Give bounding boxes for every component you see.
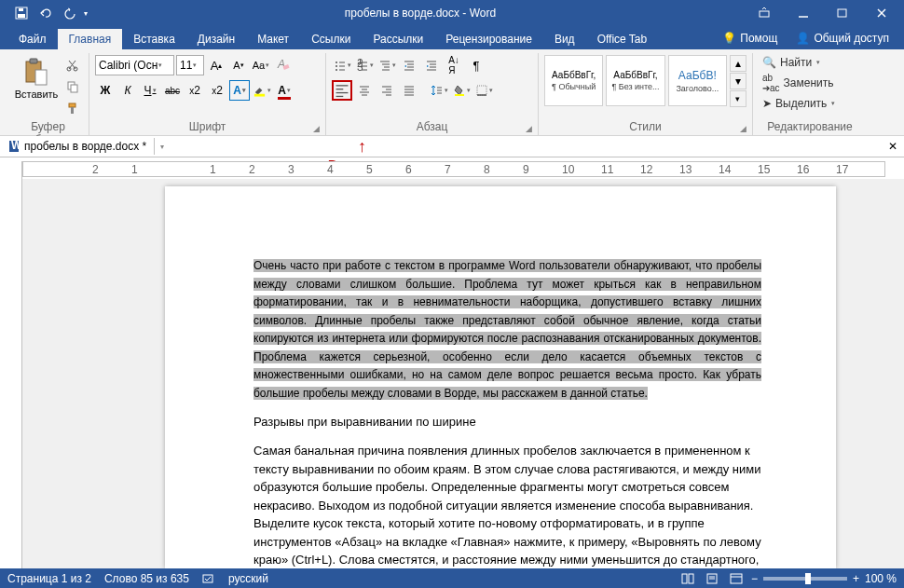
tab-mailings[interactable]: Рассылки <box>362 29 434 49</box>
italic-icon[interactable]: К <box>117 80 138 101</box>
borders-icon[interactable]: ▾ <box>473 80 494 101</box>
view-print-icon[interactable] <box>703 570 721 587</box>
styles-scroll-up-icon[interactable]: ▴ <box>730 55 746 72</box>
font-size-combo[interactable]: 11▾ <box>176 55 204 75</box>
editing-group-label: Редактирование <box>767 120 852 133</box>
grow-font-icon[interactable]: A▴ <box>206 55 226 75</box>
window-title: пробелы в ворде.docx - Word <box>95 7 746 20</box>
tab-file[interactable]: Файл <box>7 29 58 49</box>
format-painter-icon[interactable] <box>62 98 83 118</box>
select-button[interactable]: ➤Выделить▾ <box>762 96 835 111</box>
styles-launcher-icon[interactable]: ◢ <box>740 124 746 133</box>
shrink-font-icon[interactable]: A▾ <box>228 55 249 75</box>
close-icon[interactable] <box>863 3 900 23</box>
doc-tab-dropdown-icon[interactable]: ▾ <box>155 143 170 151</box>
change-case-icon[interactable]: Aa▾ <box>251 55 271 75</box>
svg-point-26 <box>336 69 337 71</box>
decrease-indent-icon[interactable] <box>399 55 419 75</box>
paragraph-launcher-icon[interactable]: ◢ <box>526 124 532 133</box>
highlight-icon[interactable]: ▾ <box>252 80 272 101</box>
maximize-icon[interactable] <box>824 3 861 23</box>
multilevel-list-icon[interactable]: ▾ <box>377 55 397 75</box>
view-web-icon[interactable] <box>727 570 746 587</box>
tab-layout[interactable]: Макет <box>246 29 300 49</box>
document-viewport[interactable]: Очень часто при работе с текстом в прогр… <box>22 179 904 568</box>
cut-icon[interactable] <box>62 55 83 75</box>
zoom-out-icon[interactable]: − <box>751 572 758 585</box>
doc-tab-close-icon[interactable]: ✕ <box>885 139 900 154</box>
font-launcher-icon[interactable]: ◢ <box>313 124 320 133</box>
vertical-ruler[interactable] <box>0 179 22 568</box>
styles-scroll-down-icon[interactable]: ▾ <box>730 73 746 89</box>
styles-group-label: Стили <box>629 120 662 133</box>
find-label: Найти <box>780 56 812 69</box>
subscript-icon[interactable]: x2 <box>185 80 205 101</box>
redo-icon[interactable] <box>60 3 80 23</box>
ruler-corner <box>0 161 22 180</box>
font-color-icon[interactable]: A▾ <box>274 80 294 101</box>
shading-icon[interactable]: ▾ <box>451 80 472 101</box>
view-read-icon[interactable] <box>678 570 697 587</box>
tab-design[interactable]: Дизайн <box>186 29 246 49</box>
style-heading1[interactable]: АаБбВ!Заголово... <box>668 55 727 106</box>
show-marks-icon[interactable]: ¶ <box>466 55 486 75</box>
tab-home[interactable]: Главная <box>58 29 123 49</box>
status-page[interactable]: Страница 1 из 2 <box>7 572 91 585</box>
zoom-in-icon[interactable]: + <box>853 572 859 585</box>
status-proofing-icon[interactable] <box>202 572 215 585</box>
zoom-slider[interactable] <box>763 577 847 581</box>
paragraph-1[interactable]: Очень часто при работе с текстом в прогр… <box>253 256 761 402</box>
qat-dropdown-icon[interactable]: ▾ <box>84 9 88 18</box>
share-label: Общий доступ <box>814 32 889 45</box>
tab-references[interactable]: Ссылки <box>300 29 362 49</box>
style-no-spacing[interactable]: АаБбВвГг,¶ Без инте... <box>606 55 664 106</box>
copy-icon[interactable] <box>62 76 83 97</box>
save-icon[interactable] <box>11 3 32 23</box>
increase-indent-icon[interactable] <box>421 55 442 75</box>
style-normal[interactable]: АаБбВвГг,¶ Обычный <box>544 55 603 106</box>
sort-icon[interactable]: А↓Я <box>444 55 464 75</box>
document-tab[interactable]: W пробелы в ворде.docx * <box>0 138 155 155</box>
search-icon: 🔍 <box>762 56 776 69</box>
find-button[interactable]: 🔍Найти▾ <box>762 55 820 70</box>
underline-icon[interactable]: Ч▾ <box>140 80 160 101</box>
tab-view[interactable]: Вид <box>543 29 586 49</box>
paste-button[interactable]: Вставить <box>13 55 60 102</box>
document-page: Очень часто при работе с текстом в прогр… <box>165 186 836 568</box>
superscript-icon[interactable]: x2 <box>207 80 227 101</box>
svg-rect-71 <box>682 574 687 583</box>
undo-icon[interactable] <box>35 3 56 23</box>
text-effects-icon[interactable]: A▾ <box>229 80 250 101</box>
tab-insert[interactable]: Вставка <box>122 29 186 49</box>
align-center-icon[interactable] <box>354 80 375 101</box>
tab-tell-me[interactable]: 💡Помощ <box>722 32 777 45</box>
align-left-icon[interactable] <box>332 80 352 101</box>
minimize-icon[interactable] <box>785 3 822 23</box>
paragraph-2[interactable]: Самая банальная причина появления длинны… <box>253 442 761 568</box>
share-button[interactable]: 👤Общий доступ <box>788 30 897 47</box>
align-justify-icon[interactable] <box>399 80 419 101</box>
callout-arrow-icon: ↑ <box>358 137 366 157</box>
replace-button[interactable]: ab➔acЗаменить <box>762 72 834 94</box>
horizontal-ruler[interactable]: 211234567891011121314151617 <box>22 161 885 177</box>
bullets-icon[interactable]: ▾ <box>332 55 352 75</box>
document-tab-label: пробелы в ворде.docx * <box>24 140 146 153</box>
status-words[interactable]: Слово 85 из 635 <box>104 572 189 585</box>
person-icon: 👤 <box>796 32 810 45</box>
styles-expand-icon[interactable]: ▾ <box>730 90 746 107</box>
heading-1[interactable]: Разрывы при выравнивании по ширине <box>253 415 761 429</box>
svg-rect-10 <box>35 70 47 85</box>
numbering-icon[interactable]: 123▾ <box>354 55 375 75</box>
status-language[interactable]: русский <box>228 572 268 585</box>
ribbon-options-icon[interactable] <box>746 3 783 23</box>
bold-icon[interactable]: Ж <box>95 80 116 101</box>
font-name-combo[interactable]: Calibri (Осн▾ <box>95 55 174 75</box>
align-right-icon[interactable] <box>377 80 397 101</box>
line-spacing-icon[interactable]: ▾ <box>429 80 449 101</box>
tab-office-tab[interactable]: Office Tab <box>586 29 659 49</box>
svg-rect-18 <box>71 107 74 114</box>
strikethrough-icon[interactable]: abc <box>162 80 183 101</box>
clear-formatting-icon[interactable]: A <box>273 55 294 75</box>
zoom-level[interactable]: 100 % <box>865 572 897 585</box>
tab-review[interactable]: Рецензирование <box>434 29 543 49</box>
